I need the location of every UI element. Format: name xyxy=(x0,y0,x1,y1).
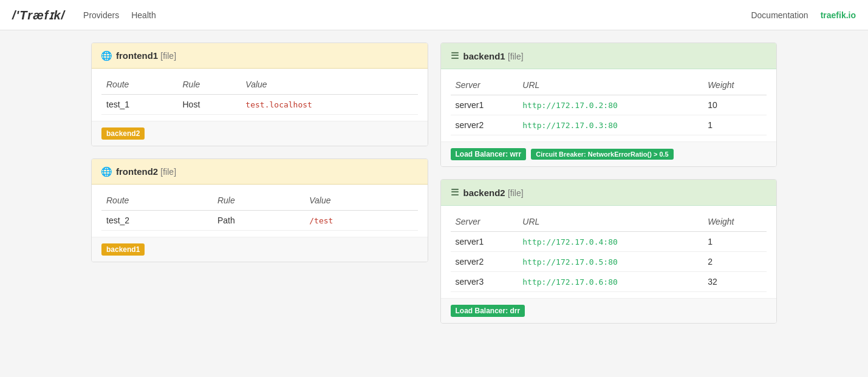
col-value: Value xyxy=(241,75,417,95)
table-row: server1 http://172.17.0.4:80 1 xyxy=(451,232,767,252)
route-cell-2: test_2 xyxy=(101,211,213,231)
nav-links: Providers Health xyxy=(83,10,751,20)
server-icon-2: ☰ xyxy=(451,187,459,198)
frontend2-table-container: Route Rule Value test_2 Path /test xyxy=(92,185,428,237)
route-cell: test_1 xyxy=(101,95,178,115)
weight-cell: 1 xyxy=(703,232,767,252)
url-cell: http://172.17.0.5:80 xyxy=(518,252,703,272)
backend1-table-container: Server URL Weight server1 http://172.17.… xyxy=(441,69,777,141)
backend1-header: ☰ backend1 [file] xyxy=(441,43,777,69)
backend2-title: backend2 [file] xyxy=(463,188,524,198)
frontend1-table: Route Rule Value test_1 Host test.localh… xyxy=(101,75,418,115)
backend1-table: Server URL Weight server1 http://172.17.… xyxy=(451,75,767,135)
nav-traefik-io[interactable]: traefik.io xyxy=(821,10,856,20)
backend1-footer: Load Balancer: wrr Circuit Breaker: Netw… xyxy=(441,141,777,166)
url-link[interactable]: http://172.17.0.6:80 xyxy=(522,277,618,287)
frontend1-table-container: Route Rule Value test_1 Host test.localh… xyxy=(92,69,428,121)
globe-icon: 🌐 xyxy=(101,51,111,61)
rule-cell-2: Path xyxy=(213,211,304,231)
brand-logo: /'Træfɪk/ xyxy=(12,8,65,22)
nav-documentation[interactable]: Documentation xyxy=(751,10,808,20)
weight-cell: 32 xyxy=(703,272,767,292)
value-cell: test.localhost xyxy=(241,95,417,115)
url-link[interactable]: http://172.17.0.2:80 xyxy=(522,101,618,110)
table-row: server3 http://172.17.0.6:80 32 xyxy=(451,272,767,292)
backend2-footer: Load Balancer: drr xyxy=(441,298,777,323)
col-route-2: Route xyxy=(101,191,213,211)
backend2-table-container: Server URL Weight server1 http://172.17.… xyxy=(441,206,777,298)
frontend1-header: 🌐 frontend1 [file] xyxy=(92,43,428,69)
weight-cell: 10 xyxy=(703,95,767,115)
frontend1-card: 🌐 frontend1 [file] Route Rule Value test xyxy=(91,42,428,146)
rule-cell: Host xyxy=(178,95,241,115)
weight-cell: 1 xyxy=(703,115,767,135)
url-cell: http://172.17.0.4:80 xyxy=(518,232,703,252)
table-row: server2 http://172.17.0.3:80 1 xyxy=(451,115,767,135)
frontend2-card: 🌐 frontend2 [file] Route Rule Value test xyxy=(91,158,428,262)
url-cell: http://172.17.0.6:80 xyxy=(518,272,703,292)
value-cell-2: /test xyxy=(304,211,417,231)
server-cell: server1 xyxy=(451,232,518,252)
frontend2-header: 🌐 frontend2 [file] xyxy=(92,159,428,185)
weight-cell: 2 xyxy=(703,252,767,272)
globe-icon-2: 🌐 xyxy=(101,167,111,177)
col-weight: Weight xyxy=(703,75,767,95)
url-link[interactable]: http://172.17.0.5:80 xyxy=(522,257,618,267)
col-url-2: URL xyxy=(518,212,703,232)
frontend1-title: frontend1 [file] xyxy=(116,50,176,61)
nav-health[interactable]: Health xyxy=(131,10,155,20)
col-rule: Rule xyxy=(178,75,241,95)
col-route: Route xyxy=(101,75,178,95)
table-row: server1 http://172.17.0.2:80 10 xyxy=(451,95,767,115)
table-row: server2 http://172.17.0.5:80 2 xyxy=(451,252,767,272)
col-url: URL xyxy=(518,75,703,95)
col-server-2: Server xyxy=(451,212,518,232)
col-rule-2: Rule xyxy=(213,191,304,211)
col-value-2: Value xyxy=(304,191,417,211)
col-server: Server xyxy=(451,75,518,95)
frontend2-footer: backend1 xyxy=(92,237,428,262)
server-cell: server2 xyxy=(451,115,518,135)
frontend1-footer: backend2 xyxy=(92,121,428,146)
main-content: 🌐 frontend1 [file] Route Rule Value test xyxy=(0,30,868,377)
backend2-table: Server URL Weight server1 http://172.17.… xyxy=(451,212,767,292)
frontend2-table: Route Rule Value test_2 Path /test xyxy=(101,191,418,231)
backend2-header: ☰ backend2 [file] xyxy=(441,180,777,206)
url-cell: http://172.17.0.2:80 xyxy=(518,95,703,115)
backend1-card: ☰ backend1 [file] Server URL Weight serv… xyxy=(440,42,777,167)
backend-badge-2: backend1 xyxy=(101,243,145,256)
frontend2-title: frontend2 [file] xyxy=(116,166,176,177)
url-cell: http://172.17.0.3:80 xyxy=(518,115,703,135)
frontends-column: 🌐 frontend1 [file] Route Rule Value test xyxy=(91,42,428,365)
lb-badge: Load Balancer: wrr xyxy=(451,148,527,160)
backends-column: ☰ backend1 [file] Server URL Weight serv… xyxy=(440,42,777,365)
server-cell: server3 xyxy=(451,272,518,292)
circuit-breaker-badge: Circuit Breaker: NetworkErrorRatio() > 0… xyxy=(531,149,674,160)
nav-right: Documentation traefik.io xyxy=(751,10,856,20)
col-weight-2: Weight xyxy=(703,212,767,232)
table-row: test_1 Host test.localhost xyxy=(101,95,418,115)
url-link[interactable]: http://172.17.0.4:80 xyxy=(522,237,618,246)
lb-badge-2: Load Balancer: drr xyxy=(451,305,525,317)
server-icon-1: ☰ xyxy=(451,50,459,61)
backend1-title: backend1 [file] xyxy=(463,51,524,61)
backend2-card: ☰ backend2 [file] Server URL Weight serv… xyxy=(440,179,777,324)
url-link[interactable]: http://172.17.0.3:80 xyxy=(522,121,618,130)
server-cell: server1 xyxy=(451,95,518,115)
nav-providers[interactable]: Providers xyxy=(83,10,119,20)
server-cell: server2 xyxy=(451,252,518,272)
navbar: /'Træfɪk/ Providers Health Documentation… xyxy=(0,0,868,30)
table-row: test_2 Path /test xyxy=(101,211,418,231)
backend-badge: backend2 xyxy=(101,127,145,140)
